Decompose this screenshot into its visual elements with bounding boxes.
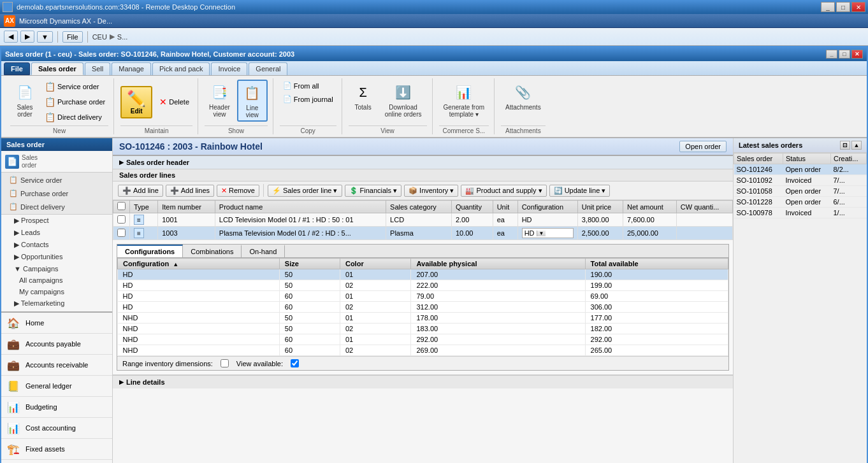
module-general-ledger[interactable]: 📒 General ledger: [1, 376, 112, 397]
line-view-btn[interactable]: 📋 Lineview: [237, 80, 268, 122]
from-journal-btn[interactable]: 📄 From journal: [280, 93, 336, 105]
config-row[interactable]: HD 60 01 79.00 69.00: [118, 291, 728, 302]
module-accounts-receivable[interactable]: 💼 Accounts receivable: [1, 355, 112, 376]
direct-delivery-btn[interactable]: 📋 Direct delivery: [41, 110, 108, 124]
tab-pick-pack[interactable]: Pick and pack: [152, 62, 210, 75]
inventory-btn[interactable]: 📦 Inventory ▾: [404, 185, 458, 197]
config-col-available-physical[interactable]: Available physical: [411, 259, 585, 269]
service-order-btn[interactable]: 📋 Service order: [41, 80, 108, 94]
ribbon-group-attachments: 📎 Attachments Attachments: [496, 78, 551, 134]
tab-general[interactable]: General: [249, 62, 287, 75]
attachments-btn[interactable]: 📎 Attachments: [501, 80, 546, 113]
config-row[interactable]: HD 60 02 312.00 306.00: [118, 302, 728, 313]
list-item[interactable]: SO-101228 Open order 6/...: [734, 197, 867, 208]
close-btn[interactable]: ✕: [851, 2, 865, 12]
config-col-total-available[interactable]: Total available: [585, 259, 728, 269]
config-tab-combinations[interactable]: Combinations: [183, 245, 242, 257]
open-order-btn[interactable]: Open order: [679, 141, 727, 152]
file-menu-btn[interactable]: File: [62, 31, 83, 43]
config-row[interactable]: NHD 50 01 178.00 177.00: [118, 313, 728, 324]
sidebar-all-campaigns[interactable]: All campaigns: [1, 274, 112, 286]
tab-manage[interactable]: Manage: [112, 62, 151, 75]
sidebar-leads[interactable]: ▶ Leads: [1, 227, 112, 239]
header-view-btn[interactable]: 📑 Headerview: [205, 80, 235, 120]
config-col-color[interactable]: Color: [340, 259, 411, 269]
tab-file[interactable]: File: [4, 62, 30, 75]
select-all-checkbox[interactable]: [117, 202, 126, 210]
sidebar-direct-delivery[interactable]: 📋 Direct delivery: [5, 201, 108, 213]
add-line-btn[interactable]: ➕ Add line: [118, 185, 163, 197]
win-maximize[interactable]: □: [839, 50, 850, 59]
sidebar-campaigns[interactable]: ▼ Campaigns: [1, 263, 112, 274]
module-cash-bank[interactable]: 🏦 Cash and bank mana...: [1, 460, 112, 463]
dropdown-btn[interactable]: ▼: [37, 31, 53, 43]
line-details-section[interactable]: ▶ Line details: [113, 375, 733, 388]
list-item[interactable]: SO-101092 Invoiced 7/...: [734, 175, 867, 186]
sidebar-telemarketing[interactable]: ▶ Telemarketing: [1, 297, 112, 310]
sidebar-service-order[interactable]: 📋 Service order: [5, 174, 108, 186]
update-line-btn[interactable]: 🔄 Update line ▾: [549, 185, 611, 197]
edit-btn[interactable]: ✏️ Edit: [120, 86, 152, 118]
sidebar-purchase-order[interactable]: 📋 Purchase order: [5, 187, 108, 199]
table-row[interactable]: ≡ 1001 LCD Television Model 01 / #1 : HD…: [113, 213, 733, 227]
delete-btn[interactable]: ✕ Delete: [156, 95, 192, 109]
config-tab-on-hand[interactable]: On-hand: [242, 245, 285, 257]
range-inventory-checkbox[interactable]: [221, 359, 229, 367]
list-item[interactable]: SO-100978 Invoiced 1/...: [734, 208, 867, 218]
win-close[interactable]: ✕: [851, 50, 863, 59]
rd-icon: [3, 2, 13, 12]
sidebar-prospect[interactable]: ▶ Prospect: [1, 215, 112, 227]
download-online-orders-btn[interactable]: ⬇️ Download online orders: [380, 80, 427, 120]
totals-btn[interactable]: Σ Totals: [349, 80, 378, 113]
sidebar-my-campaigns[interactable]: My campaigns: [1, 286, 112, 297]
col-status: Status: [783, 153, 830, 164]
row1-checkbox[interactable]: [117, 215, 126, 224]
financials-btn[interactable]: 💲 Financials ▾: [345, 185, 402, 197]
config-row[interactable]: NHD 50 02 183.00 182.00: [118, 324, 728, 334]
module-fixed-assets[interactable]: 🏗️ Fixed assets: [1, 439, 112, 460]
sidebar-opportunities[interactable]: ▶ Opportunities: [1, 251, 112, 263]
tab-sales-order[interactable]: Sales order: [31, 62, 83, 75]
add-lines-btn[interactable]: ➕ Add lines: [166, 185, 214, 197]
view-available-checkbox[interactable]: [291, 359, 299, 367]
col-net-amount: Net amount: [623, 201, 677, 213]
config-row[interactable]: NHD 60 02 269.00 265.00: [118, 345, 728, 356]
tab-invoice[interactable]: Invoice: [211, 62, 247, 75]
rp-close-btn[interactable]: ▲: [851, 141, 862, 150]
win-minimize[interactable]: _: [826, 50, 837, 59]
maximize-btn[interactable]: □: [836, 2, 850, 12]
list-item[interactable]: SO-101058 Open order 7/...: [734, 186, 867, 197]
config-dropdown-arrow[interactable]: ▼: [537, 231, 546, 236]
remove-btn[interactable]: ✕ Remove: [217, 185, 259, 197]
config-row[interactable]: NHD 60 01 292.00 292.00: [118, 334, 728, 345]
config-tab-configurations[interactable]: Configurations: [117, 245, 183, 257]
ribbon-group-copy: 📄 From all 📄 From journal Copy: [275, 78, 342, 134]
generate-from-template-btn[interactable]: 📊 Generate fromtemplate ▾: [439, 80, 489, 120]
col-configuration: Configuration: [517, 201, 577, 213]
sales-order-line-btn[interactable]: ⚡ Sales order line ▾: [268, 185, 342, 197]
rp-restore-btn[interactable]: ⊡: [840, 141, 850, 150]
purchase-order-btn[interactable]: 📋 Purchase order: [41, 95, 108, 109]
sidebar-contacts[interactable]: ▶ Contacts: [1, 239, 112, 251]
minimize-btn[interactable]: _: [821, 2, 835, 12]
tab-sell[interactable]: Sell: [85, 62, 110, 75]
module-accounts-payable[interactable]: 💼 Accounts payable: [1, 334, 112, 355]
module-cost-accounting[interactable]: 📊 Cost accounting: [1, 418, 112, 439]
back-btn[interactable]: ◀: [4, 31, 18, 43]
sales-order-header-section[interactable]: ▶ Sales order header: [113, 155, 733, 169]
new-sales-order-btn[interactable]: 📄 Salesorder: [10, 80, 40, 120]
table-row[interactable]: ≡ 1003 Plasma Television Model 01 / #2 :…: [113, 227, 733, 240]
row2-checkbox[interactable]: [117, 229, 126, 237]
configuration-dropdown[interactable]: HD ▼: [522, 228, 574, 238]
from-all-btn[interactable]: 📄 From all: [280, 80, 336, 92]
config-row[interactable]: HD 50 02 222.00 199.00: [118, 280, 728, 291]
module-home[interactable]: 🏠 Home: [1, 313, 112, 334]
config-row[interactable]: HD 50 01 207.00 190.00: [118, 269, 728, 280]
product-supply-btn[interactable]: 🏭 Product and supply ▾: [461, 185, 546, 197]
list-item[interactable]: SO-101246 Open order 8/2...: [734, 164, 867, 175]
nav-bar: ◀ ▶ ▼ File CEU ▶ S...: [0, 28, 868, 46]
config-col-configuration[interactable]: Configuration ▲: [118, 259, 280, 269]
forward-btn[interactable]: ▶: [20, 31, 34, 43]
config-col-size[interactable]: Size: [279, 259, 340, 269]
module-budgeting[interactable]: 📊 Budgeting: [1, 397, 112, 418]
